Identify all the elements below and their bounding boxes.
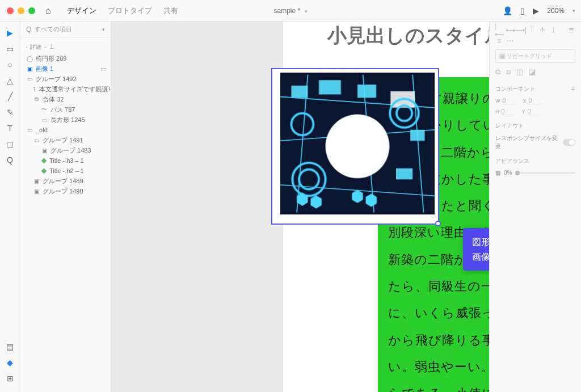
zoom-level[interactable]: 200% (547, 7, 565, 15)
tab-prototype[interactable]: プロトタイプ (102, 6, 158, 16)
union-icon[interactable]: ⧉ (495, 68, 500, 77)
text-icon: T (33, 86, 36, 92)
layer-title-h2[interactable]: Title - h2 – 1 (20, 166, 111, 176)
exclude-icon[interactable]: ◪ (529, 68, 536, 77)
layer-group-1483[interactable]: ▣グループ 1483 (20, 145, 111, 155)
boolean-ops: ⧉ ⧈ ◫ ◪ (495, 68, 575, 77)
height-input[interactable]: 0 (502, 108, 514, 115)
layer-union-32[interactable]: ⧉合体 32 (20, 94, 111, 104)
select-tool[interactable]: ▶ (0, 25, 20, 41)
layer-breadcrumb[interactable]: ‹詳細 － 1 (20, 41, 111, 53)
x-input[interactable]: 0 (529, 97, 541, 104)
add-component-icon[interactable]: + (571, 85, 575, 94)
rectangle-icon: ▭ (41, 117, 48, 123)
layout-section-label: レイアウト (495, 122, 575, 130)
rectangle-tool[interactable]: ▭ (0, 41, 20, 57)
align-middle-icon[interactable]: ✛ (538, 26, 546, 34)
layer-old-folder[interactable]: ▭_old (20, 125, 111, 135)
svg-rect-9 (357, 85, 376, 98)
layer-bodytext[interactable]: T本文通常サイズです親譲りの無… (20, 84, 111, 94)
device-preview-icon[interactable]: ▯ (520, 6, 525, 15)
transform-hy: H0 Y0 (495, 108, 575, 115)
y-input[interactable]: 0 (528, 108, 540, 115)
align-left-icon[interactable]: |⟵ (495, 26, 503, 34)
responsive-toggle[interactable] (563, 139, 575, 146)
layer-title-h3[interactable]: Title - h3 – 1 (20, 155, 111, 166)
repeat-grid-button[interactable]: ▦ リピートグリッド (495, 49, 575, 63)
image-content (280, 73, 435, 214)
canvas[interactable]: 小見出しのスタイルです イズです親譲りの無鉄砲で ら損ばかりしている。小学 分学… (111, 22, 489, 392)
polygon-tool[interactable]: △ (0, 73, 20, 88)
artboard-tool[interactable]: ▢ (0, 136, 20, 152)
play-icon[interactable]: ▶ (533, 6, 539, 15)
artboard-heading[interactable]: 小見出しのスタイルです (283, 23, 489, 49)
zoom-tool[interactable]: Q (0, 152, 20, 168)
ellipse-tool[interactable]: ○ (0, 57, 20, 73)
chevron-down-icon: ▾ (305, 9, 308, 14)
pen-tool[interactable]: ✎ (0, 104, 20, 120)
layer-ellipse[interactable]: ◯楕円形 289 (20, 53, 111, 64)
more-align-icon[interactable]: ⋯ (506, 37, 514, 45)
folder-icon: ▣ (33, 188, 40, 195)
distribute-v-icon[interactable]: ≡ (495, 37, 503, 45)
callout-line-1: 図形レイヤーを上、 (472, 235, 489, 250)
resize-handle[interactable] (435, 221, 441, 226)
layer-tree: ‹詳細 － 1 ◯楕円形 289 ▣画像 1▭ ▭グループ 1492 T本文通常… (20, 37, 111, 196)
folder-icon: ▭ (33, 137, 40, 144)
mode-tabs: デザイン プロトタイプ 共有 (61, 6, 184, 16)
layer-search[interactable]: Q すべての項目 ▾ (20, 22, 111, 37)
layer-group-1489[interactable]: ▣グループ 1489 (20, 176, 111, 186)
user-icon[interactable]: 👤 (503, 6, 512, 15)
line-tool[interactable]: ╱ (0, 88, 20, 104)
plugins-icon[interactable]: ⊞ (0, 370, 20, 386)
x-label: X (523, 98, 527, 104)
document-name: sample * (273, 7, 300, 15)
width-input[interactable]: 0 (503, 97, 515, 104)
layer-group-1490[interactable]: ▣グループ 1490 (20, 186, 111, 196)
titlebar: ⌂ デザイン プロトタイプ 共有 sample * ▾ 👤 ▯ ▶ 200% ▾ (0, 0, 581, 22)
w-label: W (495, 98, 500, 104)
libraries-icon[interactable]: ▤ (0, 339, 20, 355)
responsive-resize-row: レスポンシブサイズを変更 (495, 134, 575, 150)
folder-icon: ▭ (26, 76, 33, 82)
ellipse-icon: ◯ (26, 56, 33, 62)
component-icon (41, 168, 47, 174)
distribute-h-icon[interactable]: ≣ (567, 26, 575, 34)
maximize-window-button[interactable] (28, 7, 35, 14)
selected-image-layer[interactable] (271, 68, 439, 225)
align-right-icon[interactable]: ⟶| (517, 26, 525, 34)
home-icon[interactable]: ⌂ (45, 6, 51, 16)
opacity-slider[interactable] (515, 172, 575, 174)
svg-point-22 (326, 115, 390, 179)
union-icon: ⧉ (33, 96, 40, 103)
opacity-value[interactable]: 0% (504, 170, 512, 176)
properties-panel: |⟵ ⟷ ⟶| ⟙ ✛ ⟘ ≣ ≡ ⋯ ▦ リピートグリッド ⧉ ⧈ ◫ ◪ コ… (489, 22, 581, 392)
chevron-down-icon[interactable]: ▾ (572, 8, 575, 14)
folder-icon[interactable]: ▭ (100, 65, 106, 73)
minimize-window-button[interactable] (18, 7, 24, 14)
layers-panel: Q すべての項目 ▾ ‹詳細 － 1 ◯楕円形 289 ▣画像 1▭ ▭グループ… (20, 22, 111, 392)
align-top-icon[interactable]: ⟙ (528, 26, 536, 34)
image-icon: ▣ (26, 66, 33, 72)
folder-icon: ▭ (26, 127, 33, 133)
layer-path-787[interactable]: 〜パス 787 (20, 104, 111, 115)
layer-group-1491[interactable]: ▭グループ 1491 (20, 135, 111, 145)
path-icon: 〜 (41, 106, 48, 113)
document-title[interactable]: sample * ▾ (273, 7, 307, 15)
close-window-button[interactable] (7, 7, 14, 14)
tab-share[interactable]: 共有 (158, 6, 184, 16)
text-tool[interactable]: T (0, 120, 20, 136)
opacity-icon: ▩ (495, 170, 500, 176)
tab-design[interactable]: デザイン (61, 6, 102, 16)
opacity-row: ▩ 0% (495, 170, 575, 176)
intersect-icon[interactable]: ◫ (516, 68, 523, 77)
layer-image[interactable]: ▣画像 1▭ (20, 64, 111, 74)
align-bottom-icon[interactable]: ⟘ (549, 26, 557, 34)
layer-rect-1245[interactable]: ▭長方形 1245 (20, 115, 111, 125)
window-controls (0, 7, 42, 14)
instruction-callout: 図形レイヤーを上、 画像レイヤーを下に配置します (463, 228, 489, 271)
layer-group-1492[interactable]: ▭グループ 1492 (20, 74, 111, 84)
subtract-icon[interactable]: ⧈ (506, 68, 511, 77)
layers-icon[interactable]: ◆ (0, 355, 20, 370)
align-center-h-icon[interactable]: ⟷ (506, 26, 514, 34)
